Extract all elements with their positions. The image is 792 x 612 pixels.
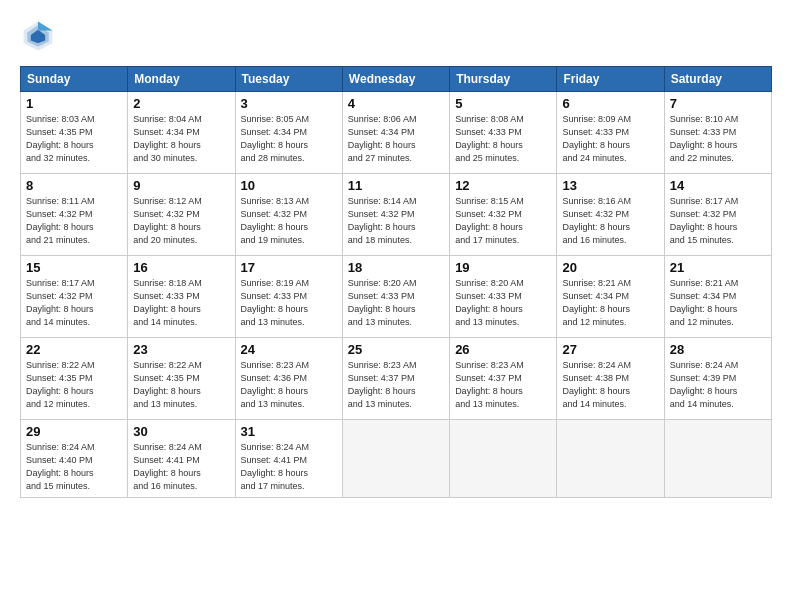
calendar: SundayMondayTuesdayWednesdayThursdayFrid…: [20, 66, 772, 498]
day-number: 25: [348, 342, 444, 357]
day-header-tuesday: Tuesday: [235, 67, 342, 92]
day-number: 3: [241, 96, 337, 111]
day-number: 11: [348, 178, 444, 193]
day-info: Sunrise: 8:24 AM Sunset: 4:40 PM Dayligh…: [26, 441, 122, 493]
days-row: SundayMondayTuesdayWednesdayThursdayFrid…: [21, 67, 772, 92]
day-cell: 6Sunrise: 8:09 AM Sunset: 4:33 PM Daylig…: [557, 92, 664, 174]
day-cell: 10Sunrise: 8:13 AM Sunset: 4:32 PM Dayli…: [235, 174, 342, 256]
logo: [20, 18, 60, 54]
day-number: 12: [455, 178, 551, 193]
day-info: Sunrise: 8:14 AM Sunset: 4:32 PM Dayligh…: [348, 195, 444, 247]
day-cell: 16Sunrise: 8:18 AM Sunset: 4:33 PM Dayli…: [128, 256, 235, 338]
day-number: 18: [348, 260, 444, 275]
day-info: Sunrise: 8:20 AM Sunset: 4:33 PM Dayligh…: [348, 277, 444, 329]
day-cell: [557, 420, 664, 498]
day-number: 23: [133, 342, 229, 357]
day-cell: 11Sunrise: 8:14 AM Sunset: 4:32 PM Dayli…: [342, 174, 449, 256]
day-number: 1: [26, 96, 122, 111]
day-number: 14: [670, 178, 766, 193]
day-cell: 24Sunrise: 8:23 AM Sunset: 4:36 PM Dayli…: [235, 338, 342, 420]
day-info: Sunrise: 8:06 AM Sunset: 4:34 PM Dayligh…: [348, 113, 444, 165]
day-header-monday: Monday: [128, 67, 235, 92]
day-info: Sunrise: 8:03 AM Sunset: 4:35 PM Dayligh…: [26, 113, 122, 165]
day-cell: 9Sunrise: 8:12 AM Sunset: 4:32 PM Daylig…: [128, 174, 235, 256]
day-info: Sunrise: 8:18 AM Sunset: 4:33 PM Dayligh…: [133, 277, 229, 329]
day-number: 16: [133, 260, 229, 275]
day-number: 13: [562, 178, 658, 193]
day-cell: 25Sunrise: 8:23 AM Sunset: 4:37 PM Dayli…: [342, 338, 449, 420]
day-cell: 14Sunrise: 8:17 AM Sunset: 4:32 PM Dayli…: [664, 174, 771, 256]
day-number: 5: [455, 96, 551, 111]
day-info: Sunrise: 8:21 AM Sunset: 4:34 PM Dayligh…: [670, 277, 766, 329]
day-cell: 15Sunrise: 8:17 AM Sunset: 4:32 PM Dayli…: [21, 256, 128, 338]
svg-marker-3: [38, 22, 52, 31]
day-info: Sunrise: 8:19 AM Sunset: 4:33 PM Dayligh…: [241, 277, 337, 329]
day-number: 29: [26, 424, 122, 439]
day-cell: 31Sunrise: 8:24 AM Sunset: 4:41 PM Dayli…: [235, 420, 342, 498]
week-row-4: 22Sunrise: 8:22 AM Sunset: 4:35 PM Dayli…: [21, 338, 772, 420]
day-cell: 22Sunrise: 8:22 AM Sunset: 4:35 PM Dayli…: [21, 338, 128, 420]
calendar-header: SundayMondayTuesdayWednesdayThursdayFrid…: [21, 67, 772, 92]
day-cell: 4Sunrise: 8:06 AM Sunset: 4:34 PM Daylig…: [342, 92, 449, 174]
day-info: Sunrise: 8:21 AM Sunset: 4:34 PM Dayligh…: [562, 277, 658, 329]
day-info: Sunrise: 8:09 AM Sunset: 4:33 PM Dayligh…: [562, 113, 658, 165]
day-cell: 7Sunrise: 8:10 AM Sunset: 4:33 PM Daylig…: [664, 92, 771, 174]
day-info: Sunrise: 8:23 AM Sunset: 4:36 PM Dayligh…: [241, 359, 337, 411]
day-cell: 19Sunrise: 8:20 AM Sunset: 4:33 PM Dayli…: [450, 256, 557, 338]
day-number: 7: [670, 96, 766, 111]
day-cell: [342, 420, 449, 498]
day-info: Sunrise: 8:13 AM Sunset: 4:32 PM Dayligh…: [241, 195, 337, 247]
day-cell: 8Sunrise: 8:11 AM Sunset: 4:32 PM Daylig…: [21, 174, 128, 256]
day-header-thursday: Thursday: [450, 67, 557, 92]
day-info: Sunrise: 8:24 AM Sunset: 4:39 PM Dayligh…: [670, 359, 766, 411]
day-cell: 29Sunrise: 8:24 AM Sunset: 4:40 PM Dayli…: [21, 420, 128, 498]
day-number: 17: [241, 260, 337, 275]
day-number: 10: [241, 178, 337, 193]
day-number: 31: [241, 424, 337, 439]
day-number: 21: [670, 260, 766, 275]
day-info: Sunrise: 8:23 AM Sunset: 4:37 PM Dayligh…: [455, 359, 551, 411]
day-cell: 26Sunrise: 8:23 AM Sunset: 4:37 PM Dayli…: [450, 338, 557, 420]
day-number: 4: [348, 96, 444, 111]
week-row-1: 1Sunrise: 8:03 AM Sunset: 4:35 PM Daylig…: [21, 92, 772, 174]
day-number: 28: [670, 342, 766, 357]
week-row-2: 8Sunrise: 8:11 AM Sunset: 4:32 PM Daylig…: [21, 174, 772, 256]
day-info: Sunrise: 8:24 AM Sunset: 4:41 PM Dayligh…: [133, 441, 229, 493]
day-cell: 3Sunrise: 8:05 AM Sunset: 4:34 PM Daylig…: [235, 92, 342, 174]
day-info: Sunrise: 8:22 AM Sunset: 4:35 PM Dayligh…: [133, 359, 229, 411]
day-cell: 28Sunrise: 8:24 AM Sunset: 4:39 PM Dayli…: [664, 338, 771, 420]
day-info: Sunrise: 8:20 AM Sunset: 4:33 PM Dayligh…: [455, 277, 551, 329]
logo-icon: [20, 18, 56, 54]
day-cell: 18Sunrise: 8:20 AM Sunset: 4:33 PM Dayli…: [342, 256, 449, 338]
day-info: Sunrise: 8:17 AM Sunset: 4:32 PM Dayligh…: [26, 277, 122, 329]
day-header-friday: Friday: [557, 67, 664, 92]
day-cell: 1Sunrise: 8:03 AM Sunset: 4:35 PM Daylig…: [21, 92, 128, 174]
day-number: 19: [455, 260, 551, 275]
day-number: 26: [455, 342, 551, 357]
week-row-5: 29Sunrise: 8:24 AM Sunset: 4:40 PM Dayli…: [21, 420, 772, 498]
day-number: 2: [133, 96, 229, 111]
week-row-3: 15Sunrise: 8:17 AM Sunset: 4:32 PM Dayli…: [21, 256, 772, 338]
calendar-body: 1Sunrise: 8:03 AM Sunset: 4:35 PM Daylig…: [21, 92, 772, 498]
day-info: Sunrise: 8:16 AM Sunset: 4:32 PM Dayligh…: [562, 195, 658, 247]
day-number: 15: [26, 260, 122, 275]
day-cell: 5Sunrise: 8:08 AM Sunset: 4:33 PM Daylig…: [450, 92, 557, 174]
day-info: Sunrise: 8:10 AM Sunset: 4:33 PM Dayligh…: [670, 113, 766, 165]
day-number: 24: [241, 342, 337, 357]
day-cell: 30Sunrise: 8:24 AM Sunset: 4:41 PM Dayli…: [128, 420, 235, 498]
day-number: 27: [562, 342, 658, 357]
day-info: Sunrise: 8:08 AM Sunset: 4:33 PM Dayligh…: [455, 113, 551, 165]
day-header-wednesday: Wednesday: [342, 67, 449, 92]
day-header-sunday: Sunday: [21, 67, 128, 92]
day-info: Sunrise: 8:22 AM Sunset: 4:35 PM Dayligh…: [26, 359, 122, 411]
day-number: 30: [133, 424, 229, 439]
day-number: 6: [562, 96, 658, 111]
day-cell: 20Sunrise: 8:21 AM Sunset: 4:34 PM Dayli…: [557, 256, 664, 338]
day-info: Sunrise: 8:05 AM Sunset: 4:34 PM Dayligh…: [241, 113, 337, 165]
day-cell: 17Sunrise: 8:19 AM Sunset: 4:33 PM Dayli…: [235, 256, 342, 338]
day-info: Sunrise: 8:04 AM Sunset: 4:34 PM Dayligh…: [133, 113, 229, 165]
day-info: Sunrise: 8:15 AM Sunset: 4:32 PM Dayligh…: [455, 195, 551, 247]
day-cell: 2Sunrise: 8:04 AM Sunset: 4:34 PM Daylig…: [128, 92, 235, 174]
day-info: Sunrise: 8:17 AM Sunset: 4:32 PM Dayligh…: [670, 195, 766, 247]
day-cell: 23Sunrise: 8:22 AM Sunset: 4:35 PM Dayli…: [128, 338, 235, 420]
